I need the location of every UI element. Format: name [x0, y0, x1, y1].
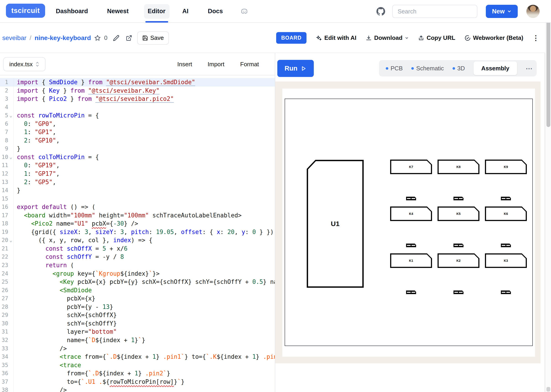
code-line[interactable]: 7 1: "GP1",	[0, 128, 275, 136]
new-button[interactable]: New	[486, 5, 518, 18]
code-line[interactable]: 34 <trace from={`.D${index + 1} .pin1`} …	[0, 353, 275, 361]
tab-pcb[interactable]: PCB	[386, 65, 403, 72]
code-line[interactable]: 22 const schOffY = -y / 8	[0, 253, 275, 261]
tab-schematic[interactable]: Schematic	[411, 65, 444, 72]
edit-with-ai-button[interactable]: Edit with AI	[316, 34, 356, 42]
diode-component[interactable]	[406, 290, 416, 294]
key-component[interactable]: K5	[437, 206, 479, 221]
diode-component[interactable]	[453, 197, 464, 200]
key-component[interactable]: K6	[485, 206, 527, 221]
nav-item-newest[interactable]: Newest	[107, 0, 129, 22]
user-avatar[interactable]	[526, 5, 540, 18]
discord-icon[interactable]	[239, 7, 249, 16]
key-component[interactable]: K7	[390, 160, 432, 174]
code-line[interactable]: 33 />	[0, 344, 275, 353]
code-line[interactable]: 10⌄const colToMicroPin = {	[0, 153, 275, 161]
code-line[interactable]: 24 <group key={`Kgroup${index}`}>	[0, 270, 275, 278]
run-button[interactable]: Run	[277, 60, 314, 77]
key-component[interactable]: K2	[437, 253, 479, 268]
star-icon[interactable]	[94, 35, 101, 42]
nav-item-docs[interactable]: Docs	[208, 0, 223, 22]
page-scrollbar[interactable]	[545, 0, 551, 392]
code-line[interactable]: 30 schY={schOffY}	[0, 319, 275, 328]
diode-component[interactable]	[501, 197, 511, 200]
menu-format[interactable]: Format	[240, 53, 259, 75]
code-line[interactable]: 19 {grid({ sizeX: 3, sizeY: 3, pitch: 19…	[0, 228, 275, 236]
key-component[interactable]: K1	[390, 253, 432, 268]
code-line[interactable]: 23 return (	[0, 261, 275, 270]
open-share-icon[interactable]	[126, 35, 132, 41]
code-line[interactable]: 38 />	[0, 386, 275, 392]
code-editor[interactable]: 1import { SmdDiode } from "@tsci/seveiba…	[0, 75, 275, 392]
breadcrumb-owner[interactable]: seveibar	[2, 34, 26, 42]
key-component[interactable]: K8	[437, 160, 479, 174]
diode-component[interactable]	[406, 197, 416, 200]
breadcrumb-repo[interactable]: nine-key-keyboard	[35, 34, 91, 42]
fold-chevron-icon[interactable]: ⌄	[8, 236, 14, 245]
code-line[interactable]: 3import { Pico2 } from "@tsci/seveibar.p…	[0, 95, 275, 103]
code-line[interactable]: 31 layer="bottom"	[0, 328, 275, 336]
assembly-canvas[interactable]: U1 K7K8K9K4K5K6K1K2K3	[275, 82, 541, 363]
menu-insert[interactable]: Insert	[177, 53, 192, 75]
download-button[interactable]: Download	[365, 34, 409, 42]
menu-import[interactable]: Import	[208, 53, 224, 75]
tabs-more-icon[interactable]: ⋯	[526, 64, 533, 72]
tab-assembly[interactable]: Assembly	[473, 62, 517, 75]
code-line[interactable]: 20⌄ ({ x, y, row, col }, index) => {	[0, 236, 275, 245]
github-icon[interactable]	[376, 7, 386, 16]
save-button[interactable]: Save	[137, 31, 169, 45]
code-line[interactable]: 5⌄const rowToMicroPin = {	[0, 111, 275, 120]
code-line[interactable]: 36 from={`.D${index + 1} .pin2`}	[0, 369, 275, 378]
tab-3d[interactable]: 3D	[452, 65, 465, 72]
nav-item-dashboard[interactable]: Dashboard	[56, 0, 88, 22]
line-number: 33	[0, 344, 8, 353]
code-line[interactable]: 6 0: "GP0",	[0, 120, 275, 128]
code-line[interactable]: 2import { Key } from "@tsci/seveibar.Key…	[0, 86, 275, 95]
key-component[interactable]: K3	[485, 253, 527, 268]
kebab-menu-icon[interactable]: ⋮	[532, 34, 539, 42]
logo[interactable]: tscircuit	[6, 4, 45, 18]
code-line[interactable]: 8 2: "GP10",	[0, 136, 275, 145]
code-line[interactable]: 29 schX={schOffX}	[0, 311, 275, 319]
line-number: 3	[0, 95, 8, 103]
key-component[interactable]: K4	[390, 206, 432, 221]
fold-chevron-icon[interactable]: ⌄	[8, 111, 14, 120]
code-line[interactable]: 21 const schOffX = 5 + x/6	[0, 245, 275, 253]
code-line[interactable]: 4	[0, 103, 275, 112]
code-line[interactable]: 28 pcbY={y - 13}	[0, 303, 275, 311]
board-badge[interactable]: BOARD	[276, 32, 307, 44]
code-line[interactable]: 13 2: "GP5",	[0, 178, 275, 186]
code-line[interactable]: 17 <board width="100mm" height="100mm" s…	[0, 211, 275, 220]
nav-item-ai[interactable]: AI	[182, 0, 188, 22]
edit-pencil-icon[interactable]	[113, 35, 119, 41]
u1-component[interactable]: U1	[307, 160, 364, 288]
copy-url-button[interactable]: Copy URL	[418, 34, 455, 42]
code-line[interactable]: 25 <Key pcbX={x} pcbY={y} schX={schOffX}…	[0, 278, 275, 286]
code-line[interactable]: 18 <Pico2 name="U1" pcbX={-30} />	[0, 219, 275, 228]
key-component[interactable]: K9	[485, 160, 527, 174]
file-selector[interactable]: index.tsx	[3, 57, 46, 71]
line-number: 14	[0, 186, 8, 195]
code-line[interactable]: 11 0: "GP19",	[0, 161, 275, 170]
diode-component[interactable]	[501, 244, 511, 247]
fold-chevron-icon[interactable]: ⌄	[8, 153, 14, 161]
diode-component[interactable]	[453, 244, 464, 247]
search-input[interactable]	[393, 5, 477, 18]
nav-item-editor[interactable]: Editor	[148, 0, 165, 22]
code-line[interactable]: 9}	[0, 145, 275, 153]
scrollbar-thumb-bottom[interactable]	[546, 387, 550, 392]
code-line[interactable]: 15	[0, 195, 275, 203]
code-line[interactable]: 14}	[0, 186, 275, 195]
code-line[interactable]: 1import { SmdDiode } from "@tsci/seveiba…	[0, 78, 275, 86]
diode-component[interactable]	[453, 290, 464, 294]
code-line[interactable]: 16export default () => (	[0, 203, 275, 211]
code-line[interactable]: 12 1: "GP17",	[0, 170, 275, 178]
code-line[interactable]: 35 <trace	[0, 361, 275, 370]
diode-component[interactable]	[406, 244, 416, 247]
webworker-toggle[interactable]: Webworker (Beta)	[465, 34, 523, 42]
code-line[interactable]: 32 name={`D${index + 1}`}	[0, 336, 275, 344]
code-line[interactable]: 27 pcbX={x}	[0, 294, 275, 303]
diode-component[interactable]	[501, 290, 511, 294]
code-line[interactable]: 37 to={`.U1 .${rowToMicroPin[row]}`}	[0, 378, 275, 386]
code-line[interactable]: 26 <SmdDiode	[0, 286, 275, 294]
